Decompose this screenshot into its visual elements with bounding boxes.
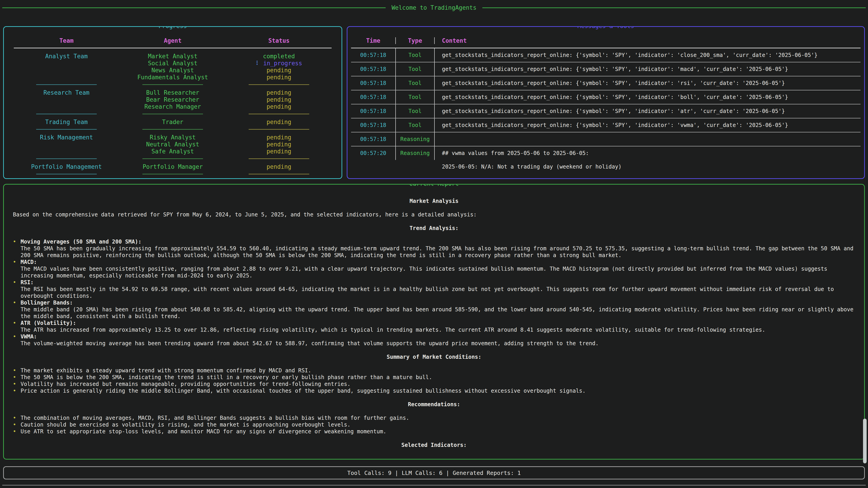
bullet-content: Price action is generally riding the mid… (21, 387, 855, 394)
message-type: Tool (396, 62, 435, 76)
bullet-icon: • (13, 320, 21, 333)
agent-cell: Bull Researcher (120, 89, 226, 96)
report-bullet: •MACD:The MACD values have been consiste… (13, 259, 855, 279)
team-cell: Research Team (13, 89, 120, 96)
recommendation-bullet-list: •The combination of moving averages, MAC… (13, 415, 855, 435)
spinner-icon: ⠇ (256, 60, 260, 67)
agent-cell: Risky Analyst (120, 134, 226, 141)
welcome-banner: Welcome to TradingAgents (2, 3, 866, 12)
progress-row: Trading TeamTraderpending (13, 119, 332, 126)
status-badge: pending (226, 89, 332, 96)
status-badge: pending (226, 96, 332, 103)
message-row: 00:57:18Toolget_stockstats_indicators_re… (351, 62, 861, 76)
report-bullet-line: •The 50 SMA is below the 200 SMA, indica… (13, 374, 855, 381)
message-type: Reasoning (396, 132, 435, 146)
agent-cell: Neutral Analyst (120, 141, 226, 148)
agent-separator-line (143, 129, 203, 130)
banner-title: Welcome to TradingAgents (385, 4, 483, 11)
bullet-icon: • (13, 259, 21, 279)
messages-col-type: Type (396, 37, 435, 44)
group-separator (13, 113, 332, 114)
team-cell: Trading Team (13, 119, 120, 126)
progress-panel: Progress Team Agent Status Analyst TeamM… (3, 26, 342, 179)
report-bullet-line: •The combination of moving averages, MAC… (13, 415, 855, 421)
progress-row: News Analystpending (13, 67, 332, 74)
status-text: pending (267, 67, 291, 74)
message-row: 00:57:18Toolget_stockstats_indicators_re… (351, 90, 861, 104)
report-body: Market Analysis Based on the comprehensi… (13, 198, 855, 449)
messages-col-content: Content (435, 37, 861, 44)
status-badge: pending (226, 67, 332, 74)
progress-row: Risk ManagementRisky Analystpending (13, 134, 332, 141)
team-cell (13, 103, 120, 110)
progress-header-rule (14, 48, 332, 48)
status-separator-line (249, 84, 309, 85)
report-heading-trend-analysis: Trend Analysis: (13, 225, 855, 232)
message-content: get_stockstats_indicators_report_online:… (435, 76, 861, 90)
message-row: 00:57:18Toolget_stockstats_indicators_re… (351, 104, 861, 119)
group-separator (13, 158, 332, 159)
group-separator (13, 174, 332, 174)
report-panel-title: Current Report (404, 184, 464, 187)
messages-panel-title: Messages & Tools (572, 26, 640, 29)
messages-table-header: Time Type Content (351, 37, 861, 48)
progress-table-header: Team Agent Status (13, 37, 332, 48)
message-content: get_stockstats_indicators_report_online:… (435, 119, 861, 132)
scrollbar-thumb[interactable] (863, 419, 867, 463)
team-separator-line (36, 174, 97, 174)
message-content (435, 132, 861, 139)
message-time: 00:57:18 (351, 132, 396, 146)
bullet-label: VWMA: (21, 333, 855, 340)
status-badge: pending (226, 119, 332, 126)
status-text: pending (267, 141, 291, 148)
status-separator-line (249, 174, 309, 174)
team-cell (13, 148, 120, 155)
status-bar: Tool Calls: 9 | LLM Calls: 6 | Generated… (3, 466, 865, 480)
bullet-label: ATR (Volatility): (21, 320, 855, 326)
team-cell (13, 96, 120, 103)
status-badge: pending (226, 103, 332, 110)
report-bullet: •Bollinger Bands:The middle band (20 SMA… (13, 299, 855, 320)
bullet-content: The 50 SMA is below the 200 SMA, indicat… (21, 374, 855, 381)
progress-row: Social Analyst⠇in_progress (13, 60, 332, 67)
bullet-text: The volume-weighted moving average has b… (21, 340, 855, 347)
agent-cell: Portfolio Manager (120, 163, 226, 170)
progress-row: Research Managerpending (13, 103, 332, 110)
bullet-label: RSI: (21, 279, 855, 286)
agent-cell: Market Analyst (120, 53, 226, 60)
message-content: get_stockstats_indicators_report_online:… (435, 62, 861, 76)
bullet-text: The ATR has increased from approximately… (21, 326, 855, 333)
bullet-icon: • (13, 238, 21, 259)
progress-row: Bear Researcherpending (13, 96, 332, 103)
agent-separator-line (143, 174, 203, 174)
bullet-icon: • (13, 333, 21, 347)
summary-bullet-list: •The market exhibits a steady upward tre… (13, 367, 855, 394)
banner-rule-right (483, 7, 866, 8)
message-type: Tool (396, 90, 435, 104)
bullet-content: VWMA:The volume-weighted moving average … (21, 333, 855, 347)
bullet-icon: • (13, 415, 21, 421)
bullet-text: The middle band (20 SMA) has been rising… (21, 306, 855, 320)
messages-col-time: Time (351, 37, 396, 44)
bullet-content: Bollinger Bands:The middle band (20 SMA)… (21, 299, 855, 320)
bullet-label: Moving Averages (50 SMA and 200 SMA): (21, 238, 855, 245)
bullet-text: The MACD values have been consistently p… (21, 265, 855, 279)
report-bullet: •Moving Averages (50 SMA and 200 SMA):Th… (13, 238, 855, 259)
report-bullet-line: •Volatility has increased but remains ma… (13, 381, 855, 387)
messages-panel: Messages & Tools Time Type Content 00:57… (347, 26, 865, 179)
bullet-text: The RSI has been mostly in the 54.92 to … (21, 286, 855, 299)
status-text: in_progress (263, 60, 302, 67)
bullet-content: Volatility has increased but remains man… (21, 381, 855, 387)
bullet-icon: • (13, 299, 21, 320)
report-bullet-line: •The market exhibits a steady upward tre… (13, 367, 855, 374)
bullet-icon: • (13, 428, 21, 435)
report-intro: Based on the comprehensive data retrieve… (13, 211, 855, 218)
top-panels-row: Progress Team Agent Status Analyst TeamM… (3, 26, 865, 179)
bullet-label: MACD: (21, 259, 855, 265)
message-row: 00:57:20Reasoning## vwma values from 202… (351, 147, 861, 173)
bullet-content: ATR (Volatility):The ATR has increased f… (21, 320, 855, 333)
status-text: pending (267, 119, 291, 125)
message-time: 00:57:18 (351, 90, 396, 104)
bottom-divider (2, 485, 866, 486)
message-type: Tool (396, 119, 435, 132)
